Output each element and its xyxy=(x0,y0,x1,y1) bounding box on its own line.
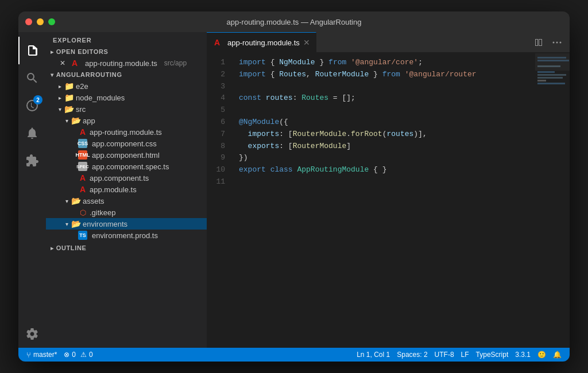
open-editors-section[interactable]: ▸ OPEN EDITORS xyxy=(46,46,207,57)
errors-item[interactable]: ⊗ 0 ⚠ 0 xyxy=(60,348,96,362)
tree-item-e2e[interactable]: 📁 e2e xyxy=(46,80,207,92)
titlebar: app-routing.module.ts — AngularRouting xyxy=(18,11,570,32)
node-modules-arrow xyxy=(55,95,64,101)
css-icon: CSS xyxy=(78,139,87,148)
tree-item-gitkeep[interactable]: ⬡ .gitkeep xyxy=(46,207,207,218)
project-arrow: ▾ xyxy=(51,72,54,78)
close-icon[interactable]: ✕ xyxy=(60,59,65,67)
traffic-lights xyxy=(25,18,55,25)
tree-item-env-prod[interactable]: TS environment.prod.ts xyxy=(46,230,207,241)
tree-item-assets[interactable]: 📂 assets xyxy=(46,195,207,207)
git-branch-item[interactable]: ⑂ master* xyxy=(23,348,60,362)
tree-item-label: environment.prod.ts xyxy=(92,231,158,240)
code-line-4: const routes: Routes = []; xyxy=(239,92,535,104)
warning-icon: ⚠ xyxy=(80,351,87,359)
folder-icon-src: 📂 xyxy=(64,104,74,114)
tree-item-app-routing[interactable]: A app-routing.module.ts xyxy=(46,126,207,138)
tree-item-label: app.component.ts xyxy=(90,174,149,182)
eol-item[interactable]: LF xyxy=(458,348,473,362)
tree-item-node-modules[interactable]: 📁 node_modules xyxy=(46,92,207,103)
tree-item-app[interactable]: 📂 app xyxy=(46,115,207,126)
encoding-item[interactable]: UTF-8 xyxy=(431,348,458,362)
tree-item-app-css[interactable]: CSS app.component.css xyxy=(46,138,207,149)
settings-icon[interactable] xyxy=(18,320,46,348)
split-editor-button[interactable] xyxy=(531,34,547,50)
outline-arrow: ▸ xyxy=(51,245,54,251)
tree-item-app-spec[interactable]: SPEC app.component.spec.ts xyxy=(46,161,207,172)
tree-item-label: app xyxy=(83,116,95,125)
code-line-7: imports: [RouterModule.forRoot(routes)], xyxy=(239,129,535,141)
tree-item-app-html[interactable]: HTML app.component.html xyxy=(46,149,207,161)
code-line-9: }) xyxy=(239,152,535,164)
errors-count: 0 xyxy=(72,351,76,359)
spec-icon: SPEC xyxy=(78,162,87,171)
sidebar: EXPLORER ▸ OPEN EDITORS ✕ A app-routing.… xyxy=(46,32,207,348)
explorer-header: EXPLORER xyxy=(46,32,207,46)
smiley-item[interactable]: 🙂 xyxy=(534,348,550,362)
tree-item-label: src xyxy=(76,105,86,114)
code-line-6: @NgModule({ xyxy=(239,116,535,129)
git-icon-file: ⬡ xyxy=(78,208,87,217)
tree-item-app-module[interactable]: A app.module.ts xyxy=(46,184,207,195)
project-label: ANGULARROUTING xyxy=(56,71,122,78)
folder-icon-assets: 📂 xyxy=(71,196,80,205)
tree-item-environments[interactable]: 📂 environments xyxy=(46,218,207,230)
warnings-count: 0 xyxy=(89,351,93,359)
tab-actions xyxy=(531,34,570,50)
maximize-button[interactable] xyxy=(48,18,55,25)
tab-file-icon: A xyxy=(212,38,222,47)
assets-arrow xyxy=(62,198,71,204)
outline-label: OUTLINE xyxy=(56,244,87,251)
tree-item-label: environments xyxy=(83,220,127,228)
line-numbers: 1 2 3 4 5 6 7 8 9 10 11 xyxy=(207,52,230,348)
status-bar: ⑂ master* ⊗ 0 ⚠ 0 Ln 1, Col 1 Spaces: 2 … xyxy=(18,348,570,362)
tab-close-icon[interactable]: ✕ xyxy=(303,38,310,47)
open-editor-filename: app-routing.module.ts xyxy=(85,59,157,68)
open-editor-item[interactable]: ✕ A app-routing.module.ts src/app xyxy=(46,57,207,69)
more-actions-button[interactable] xyxy=(549,34,565,50)
vscode-window: app-routing.module.ts — AngularRouting 2 xyxy=(18,11,570,362)
tree-item-label: .gitkeep xyxy=(90,208,116,217)
git-branch-label: master* xyxy=(33,351,57,359)
search-icon[interactable] xyxy=(18,64,46,92)
code-content[interactable]: import { NgModule } from '@angular/core'… xyxy=(230,52,535,348)
angular-icon2: A xyxy=(78,173,87,182)
spaces-item[interactable]: Spaces: 2 xyxy=(393,348,431,362)
tree-item-label: app.component.html xyxy=(92,151,160,160)
bell-icon: 🔔 xyxy=(553,351,562,359)
minimap xyxy=(535,52,570,348)
code-editor[interactable]: 1 2 3 4 5 6 7 8 9 10 11 import { NgModul… xyxy=(207,52,570,348)
tab-filename: app-routing.module.ts xyxy=(227,38,300,47)
src-arrow xyxy=(55,106,64,112)
project-section[interactable]: ▾ ANGULARROUTING xyxy=(46,69,207,80)
tab-app-routing[interactable]: A app-routing.module.ts ✕ xyxy=(207,32,316,52)
git-icon[interactable]: 2 xyxy=(18,92,46,119)
files-icon[interactable] xyxy=(18,37,46,64)
version-label: 3.3.1 xyxy=(515,351,531,359)
angular-icon: A xyxy=(78,127,87,137)
tree-item-src[interactable]: 📂 src xyxy=(46,103,207,115)
tree-item-label: assets xyxy=(83,197,105,205)
bell-item[interactable]: 🔔 xyxy=(550,348,565,362)
open-editors-arrow: ▸ xyxy=(51,49,54,55)
language-label: TypeScript xyxy=(476,351,509,359)
tree-item-app-component-ts[interactable]: A app.component.ts xyxy=(46,172,207,184)
editor-area: A app-routing.module.ts ✕ 1 2 xyxy=(207,32,570,348)
code-line-11 xyxy=(239,176,535,188)
outline-section[interactable]: ▸ OUTLINE xyxy=(46,241,207,255)
close-button[interactable] xyxy=(25,18,32,25)
svg-point-0 xyxy=(553,41,555,43)
error-icon: ⊗ xyxy=(64,351,69,359)
folder-icon-node-modules: 📁 xyxy=(64,93,74,102)
cursor-position-item[interactable]: Ln 1, Col 1 xyxy=(353,348,393,362)
angular-file-icon: A xyxy=(70,59,79,68)
encoding-label: UTF-8 xyxy=(435,351,454,359)
language-item[interactable]: TypeScript xyxy=(473,348,512,362)
debug-icon[interactable] xyxy=(18,119,46,147)
app-arrow xyxy=(62,118,71,124)
cursor-position: Ln 1, Col 1 xyxy=(357,351,390,359)
folder-icon-environments: 📂 xyxy=(71,219,80,228)
minimize-button[interactable] xyxy=(37,18,44,25)
version-item[interactable]: 3.3.1 xyxy=(512,348,534,362)
extensions-icon[interactable] xyxy=(18,147,46,174)
